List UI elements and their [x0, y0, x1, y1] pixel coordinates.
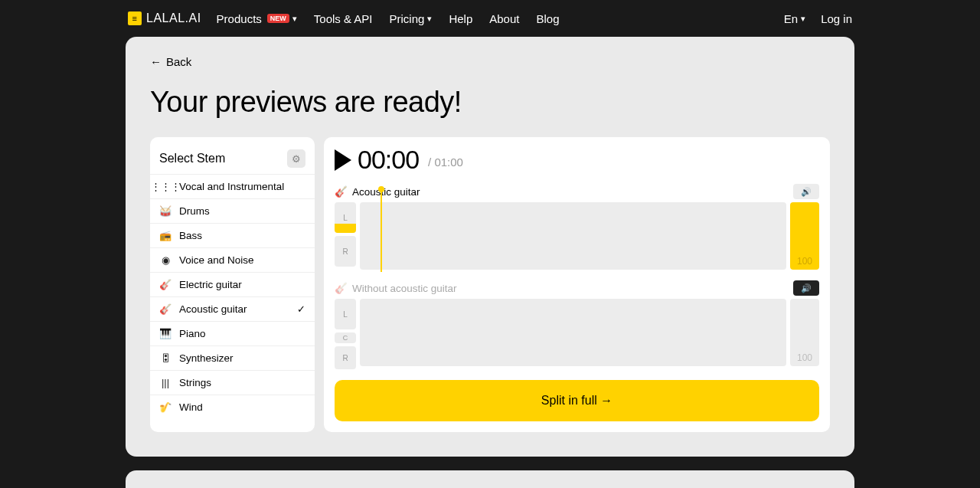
nav-about[interactable]: About — [489, 12, 519, 25]
guitar-icon: 🎸 — [335, 185, 348, 198]
preview-card: ← Back Your previews are ready! Select S… — [126, 37, 854, 457]
nav-products[interactable]: Products NEW ▾ — [217, 12, 297, 25]
stem-item-voice-and-noise[interactable]: ◉Voice and Noise — [150, 247, 315, 272]
stem-item-drums[interactable]: 🥁Drums — [150, 198, 315, 223]
stem-label: Drums — [179, 205, 210, 217]
synth-icon: 🎛 — [159, 352, 172, 364]
bass-icon: 📻 — [159, 230, 172, 241]
logo-icon: ≡ — [128, 11, 142, 25]
track-with-stem: 🎸 Acoustic guitar 🔊 L R 100 — [335, 181, 819, 270]
stem-item-piano[interactable]: 🎹Piano — [150, 321, 315, 346]
electric-guitar-icon: 🎸 — [159, 279, 172, 290]
stem-label: Strings — [179, 377, 211, 388]
wind-icon: 🎷 — [159, 401, 172, 413]
waveform-without[interactable] — [360, 299, 786, 366]
track-without-stem: 🎸 Without acoustic guitar 🔊 L C R 100 — [335, 277, 819, 369]
channel-r-label: R — [335, 346, 356, 369]
stem-label: Synthesizer — [179, 352, 234, 364]
topbar: ≡ LALAL.AI Products NEW ▾ Tools & API Pr… — [0, 0, 980, 37]
drums-icon: 🥁 — [159, 205, 172, 217]
brand-text: LALAL.AI — [146, 11, 201, 25]
nav-blog[interactable]: Blog — [536, 12, 559, 25]
stem-label: Vocal and Instrumental — [179, 181, 284, 192]
chevron-down-icon: ▾ — [801, 14, 805, 24]
current-time: 00:00 — [358, 145, 419, 175]
channel-r-label: R — [335, 236, 356, 267]
speaker-icon[interactable]: 🔊 — [793, 184, 819, 199]
arrow-left-icon: ← — [150, 55, 162, 68]
track-with-label: Acoustic guitar — [352, 186, 420, 198]
stem-item-strings[interactable]: |||Strings — [150, 370, 315, 395]
logo[interactable]: ≡ LALAL.AI — [128, 11, 201, 25]
page-title: Your previews are ready! — [150, 86, 830, 119]
waveform-icon: ⋮⋮⋮ — [159, 181, 172, 192]
main-nav: Products NEW ▾ Tools & API Pricing ▾ Hel… — [217, 12, 560, 25]
next-card — [126, 470, 854, 488]
gear-icon[interactable]: ⚙ — [287, 149, 305, 168]
stem-item-synthesizer[interactable]: 🎛Synthesizer — [150, 346, 315, 370]
channel-l-label: L — [335, 202, 356, 233]
playhead[interactable] — [381, 188, 382, 272]
sidebar-title: Select Stem — [159, 152, 225, 165]
stem-label: Acoustic guitar — [179, 303, 247, 315]
player-panel: 00:00 / 01:00 🎸 Acoustic guitar 🔊 L R — [324, 137, 830, 432]
channel-c-label: C — [335, 332, 356, 343]
stem-sidebar: Select Stem ⚙ ⋮⋮⋮Vocal and Instrumental🥁… — [150, 137, 315, 432]
stem-label: Wind — [179, 401, 203, 413]
channel-l-label: L — [335, 299, 356, 329]
stem-label: Voice and Noise — [179, 254, 254, 266]
waveform-with[interactable] — [360, 202, 786, 270]
back-button[interactable]: ← Back — [150, 55, 191, 68]
piano-icon: 🎹 — [159, 328, 172, 339]
play-button[interactable] — [335, 149, 351, 171]
speaker-icon[interactable]: 🔊 — [793, 280, 819, 296]
stem-item-wind[interactable]: 🎷Wind — [150, 395, 315, 419]
volume-without[interactable]: 100 — [790, 299, 819, 366]
track-without-label: Without acoustic guitar — [352, 283, 457, 294]
acoustic-guitar-icon: 🎸 — [159, 303, 172, 315]
nav-tools[interactable]: Tools & API — [314, 12, 373, 25]
guitar-icon: 🎸 — [335, 282, 348, 294]
volume-with[interactable]: 100 — [790, 202, 819, 270]
stem-label: Bass — [179, 230, 202, 241]
stem-item-acoustic-guitar[interactable]: 🎸Acoustic guitar✓ — [150, 296, 315, 321]
chevron-down-icon: ▾ — [427, 14, 432, 24]
new-badge: NEW — [267, 14, 289, 23]
strings-icon: ||| — [159, 377, 172, 388]
voice-icon: ◉ — [159, 254, 172, 266]
chevron-down-icon: ▾ — [292, 14, 297, 24]
nav-help[interactable]: Help — [449, 12, 472, 25]
check-icon: ✓ — [297, 303, 305, 315]
stem-label: Electric guitar — [179, 279, 242, 290]
stem-label: Piano — [179, 328, 206, 339]
language-selector[interactable]: En ▾ — [784, 12, 805, 25]
stem-item-vocal-and-instrumental[interactable]: ⋮⋮⋮Vocal and Instrumental — [150, 174, 315, 198]
total-time: / 01:00 — [428, 156, 463, 169]
split-full-button[interactable]: Split in full → — [335, 380, 819, 421]
nav-pricing[interactable]: Pricing ▾ — [390, 12, 433, 25]
stem-item-electric-guitar[interactable]: 🎸Electric guitar — [150, 272, 315, 296]
login-link[interactable]: Log in — [821, 12, 852, 25]
stem-item-bass[interactable]: 📻Bass — [150, 223, 315, 247]
